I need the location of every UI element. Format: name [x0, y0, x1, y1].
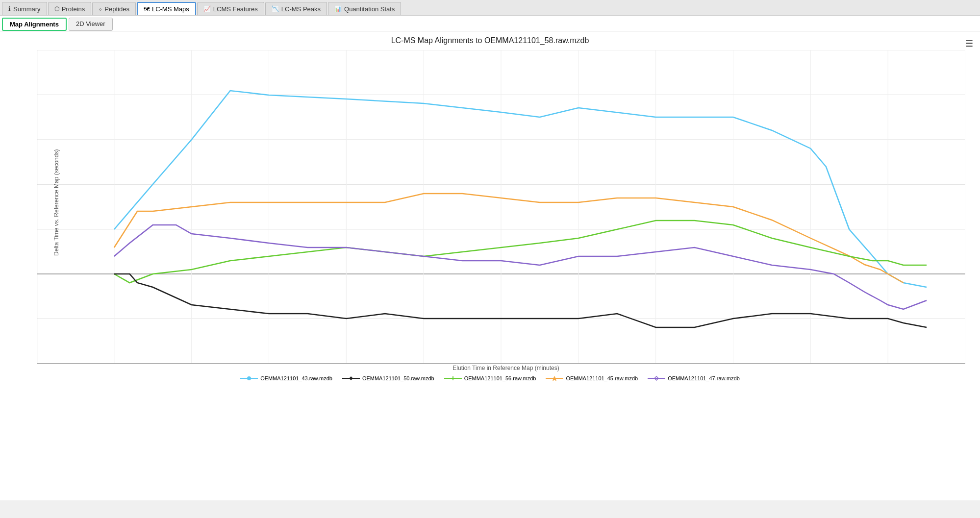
legend-label-47: OEMMA121101_47.raw.mzdb	[668, 375, 740, 381]
quant-stats-icon: 📊	[334, 5, 342, 12]
legend-label-50: OEMMA121101_50.raw.mzdb	[362, 375, 434, 381]
y-axis-label: Delta Time vs. Reference Map (seconds)	[53, 158, 60, 256]
chart-svg: 50 40 30 20 10 0 -10 -20 0	[37, 50, 965, 364]
sub-tab-2d-viewer-label: 2D Viewer	[76, 20, 105, 27]
sub-tab-bar: Map Alignments 2D Viewer	[0, 16, 980, 31]
lcms-maps-icon: 🗺	[144, 6, 150, 13]
line-47	[114, 225, 927, 309]
legend-label-56: OEMMA121101_56.raw.mzdb	[464, 375, 536, 381]
chart-title: LC-MS Map Alignments to OEMMA121101_58.r…	[5, 36, 975, 45]
proteins-icon: ⬡	[54, 5, 59, 12]
legend-label-45: OEMMA121101_45.raw.mzdb	[566, 375, 638, 381]
legend-item-43: OEMMA121101_43.raw.mzdb	[240, 375, 332, 381]
tab-quant-stats-label: Quantitation Stats	[344, 5, 395, 13]
chart-legend: OEMMA121101_43.raw.mzdb OEMMA121101_50.r…	[5, 375, 975, 381]
sub-tab-2d-viewer[interactable]: 2D Viewer	[69, 18, 113, 31]
tab-lcms-peaks-label: LC-MS Peaks	[281, 5, 321, 13]
chart-area: Delta Time vs. Reference Map (seconds) 5…	[37, 50, 965, 364]
legend-item-56: OEMMA121101_56.raw.mzdb	[444, 375, 536, 381]
summary-icon: ℹ	[8, 5, 11, 12]
tab-proteins-label: Proteins	[62, 5, 85, 13]
sub-tab-map-alignments[interactable]: Map Alignments	[2, 18, 67, 31]
lcms-peaks-icon: 📉	[272, 5, 279, 12]
tab-peptides-label: Peptides	[104, 5, 129, 13]
tab-peptides[interactable]: ⬦ Peptides	[92, 2, 136, 15]
tab-quantitation-stats[interactable]: 📊 Quantitation Stats	[328, 2, 401, 15]
menu-icon[interactable]: ☰	[965, 38, 973, 49]
svg-point-44	[247, 376, 251, 380]
line-50	[114, 274, 927, 327]
legend-item-47: OEMMA121101_47.raw.mzdb	[648, 375, 740, 381]
lcms-features-icon: 📈	[203, 5, 211, 12]
legend-item-50: OEMMA121101_50.raw.mzdb	[342, 375, 434, 381]
line-56	[114, 221, 927, 283]
tab-summary[interactable]: ℹ Summary	[2, 2, 47, 15]
tab-lcms-maps[interactable]: 🗺 LC-MS Maps	[137, 2, 196, 15]
legend-label-43: OEMMA121101_43.raw.mzdb	[260, 375, 332, 381]
tab-lcms-features-label: LCMS Features	[213, 5, 258, 13]
sub-tab-map-alignments-label: Map Alignments	[10, 21, 59, 28]
tab-lcms-maps-label: LC-MS Maps	[152, 5, 189, 13]
top-tab-bar: ℹ Summary ⬡ Proteins ⬦ Peptides 🗺 LC-MS …	[0, 0, 980, 16]
tab-lcms-peaks[interactable]: 📉 LC-MS Peaks	[265, 2, 327, 15]
line-43	[114, 91, 927, 287]
x-axis-label: Elution Time in Reference Map (minutes)	[37, 365, 975, 371]
svg-marker-51	[552, 376, 557, 381]
tab-proteins[interactable]: ⬡ Proteins	[48, 2, 92, 15]
tab-lcms-features[interactable]: 📈 LCMS Features	[197, 2, 264, 15]
svg-marker-46	[349, 376, 353, 380]
legend-item-45: OEMMA121101_45.raw.mzdb	[546, 375, 638, 381]
tab-summary-label: Summary	[13, 5, 41, 13]
peptides-icon: ⬦	[99, 5, 102, 12]
chart-container: LC-MS Map Alignments to OEMMA121101_58.r…	[0, 31, 980, 500]
